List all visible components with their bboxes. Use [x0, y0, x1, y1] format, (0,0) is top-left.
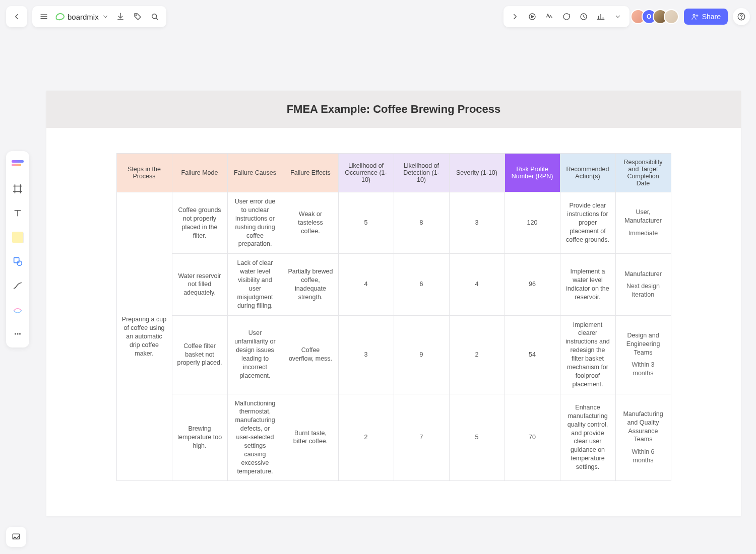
cell-action: Implement clearer instructions and redes…: [560, 315, 615, 394]
cell-action: Provide clear instructions for proper pl…: [560, 192, 615, 254]
tool-frame[interactable]: [9, 180, 26, 197]
cell-causes: User error due to unclear instructions o…: [227, 192, 283, 254]
cell-responsibility: ManufacturerNext design iteration: [615, 254, 671, 315]
cell-det: 8: [394, 192, 449, 254]
cell-rpn: 54: [505, 315, 560, 394]
history-button[interactable]: [575, 8, 592, 25]
chevron-down-icon: [102, 13, 109, 20]
svg-point-27: [17, 333, 18, 334]
cell-mode: Brewing temperature too high.: [172, 394, 227, 481]
share-button[interactable]: Share: [684, 9, 728, 25]
cell-sev: 3: [449, 192, 505, 254]
tag-button[interactable]: [129, 8, 146, 25]
comment-button[interactable]: [558, 8, 575, 25]
table-row[interactable]: Preparing a cup of coffee using an autom…: [116, 192, 671, 254]
tool-panel: [6, 151, 29, 348]
tool-more[interactable]: [9, 325, 26, 342]
document-title: FMEA Example: Coffee Brewing Process: [46, 91, 741, 128]
table-row[interactable]: Water reservoir not filled adequately.La…: [116, 254, 671, 315]
cell-action: Implement a water level indicator on the…: [560, 254, 615, 315]
tool-pen[interactable]: [9, 301, 26, 318]
col-header: Steps in the Process: [116, 154, 172, 192]
download-button[interactable]: [112, 8, 129, 25]
cell-mode: Coffee grounds not properly placed in th…: [172, 192, 227, 254]
tool-templates[interactable]: [9, 156, 26, 173]
cell-step: Preparing a cup of coffee using an autom…: [116, 192, 172, 481]
tool-shape[interactable]: [9, 253, 26, 270]
cell-responsibility: Manufacturing and Quality Assurance Team…: [615, 394, 671, 481]
cell-responsibility: Design and Engineering TeamsWithin 3 mon…: [615, 315, 671, 394]
cell-det: 6: [394, 254, 449, 315]
cell-effects: Partially brewed coffee, inadequate stre…: [283, 254, 338, 315]
search-button[interactable]: [146, 8, 163, 25]
avatar[interactable]: [664, 9, 679, 24]
cell-sev: 5: [449, 394, 505, 481]
svg-point-17: [741, 18, 742, 19]
cell-effects: Burnt taste, bitter coffee.: [283, 394, 338, 481]
more-button[interactable]: [609, 8, 626, 25]
back-pill: [6, 6, 27, 27]
svg-point-26: [15, 333, 16, 334]
file-pill: boardmix: [32, 6, 166, 27]
svg-point-25: [17, 261, 22, 265]
cell-det: 7: [394, 394, 449, 481]
cell-responsibility: User, ManufacturerImmediate: [615, 192, 671, 254]
col-header: Failure Mode: [172, 154, 227, 192]
canvas[interactable]: FMEA Example: Coffee Brewing Process Ste…: [46, 91, 741, 516]
svg-point-3: [136, 15, 137, 16]
cell-mode: Water reservoir not filled adequately.: [172, 254, 227, 315]
col-header: Severity (1-10): [449, 154, 505, 192]
collaborator-avatars[interactable]: O: [635, 9, 679, 24]
minimap-button[interactable]: [6, 527, 26, 547]
stats-button[interactable]: [592, 8, 609, 25]
actions-pill: [503, 6, 629, 27]
cell-sev: 2: [449, 315, 505, 394]
back-button[interactable]: [8, 8, 25, 25]
cell-det: 9: [394, 315, 449, 394]
table-header-row: Steps in the Process Failure Mode Failur…: [116, 154, 671, 192]
cell-occ: 2: [338, 394, 394, 481]
col-header: Recommended Action(s): [560, 154, 615, 192]
cell-effects: Coffee overflow, mess.: [283, 315, 338, 394]
expand-button[interactable]: [507, 8, 524, 25]
tool-text[interactable]: [9, 204, 26, 222]
cell-rpn: 120: [505, 192, 560, 254]
share-label: Share: [702, 13, 721, 21]
cell-sev: 4: [449, 254, 505, 315]
col-header: Risk Profile Number (RPN): [505, 154, 560, 192]
help-button[interactable]: [733, 8, 750, 25]
cell-effects: Weak or tasteless coffee.: [283, 192, 338, 254]
cell-rpn: 96: [505, 254, 560, 315]
topbar: boardmix: [6, 6, 750, 27]
svg-point-13: [693, 14, 695, 16]
document-title-button[interactable]: boardmix: [52, 13, 112, 21]
menu-button[interactable]: [35, 8, 52, 25]
svg-marker-7: [531, 16, 534, 18]
cell-occ: 5: [338, 192, 394, 254]
present-button[interactable]: [524, 8, 541, 25]
svg-rect-24: [14, 258, 19, 263]
col-header: Responsibility and Target Completion Dat…: [615, 154, 671, 192]
col-header: Likelihood of Occurrence (1-10): [338, 154, 394, 192]
tool-connector[interactable]: [9, 277, 26, 294]
fmea-table[interactable]: Steps in the Process Failure Mode Failur…: [116, 153, 671, 481]
cell-occ: 4: [338, 254, 394, 315]
cell-mode: Coffee filter basket not properly placed…: [172, 315, 227, 394]
cell-causes: User unfamiliarity or design issues lead…: [227, 315, 283, 394]
cell-causes: Lack of clear water level visibility and…: [227, 254, 283, 315]
sparkle-button[interactable]: [541, 8, 558, 25]
brand-logo-icon: [55, 13, 65, 20]
table-row[interactable]: Brewing temperature too high.Malfunction…: [116, 394, 671, 481]
tool-sticky-note[interactable]: [9, 229, 26, 246]
svg-point-28: [20, 333, 21, 334]
col-header: Failure Effects: [283, 154, 338, 192]
svg-line-5: [156, 18, 157, 20]
col-header: Likelihood of Detection (1-10): [394, 154, 449, 192]
cell-action: Enhance manufacturing quality control, a…: [560, 394, 615, 481]
app-name: boardmix: [68, 13, 99, 21]
cell-occ: 3: [338, 315, 394, 394]
col-header: Failure Causes: [227, 154, 283, 192]
cell-rpn: 70: [505, 394, 560, 481]
cell-causes: Malfunctioning thermostat, manufacturing…: [227, 394, 283, 481]
table-row[interactable]: Coffee filter basket not properly placed…: [116, 315, 671, 394]
